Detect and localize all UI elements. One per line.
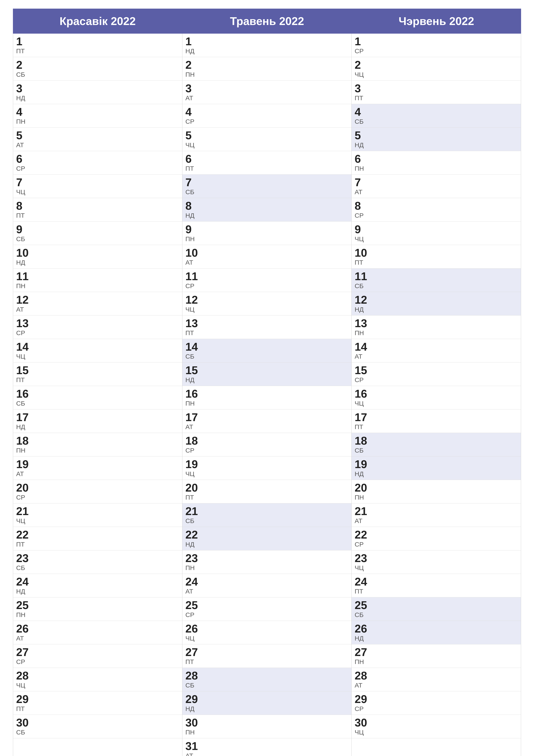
day-number: 22 [185,529,199,540]
day-name: ЧЦ [355,235,368,243]
day-number: 19 [185,459,199,470]
day-name: НД [355,306,368,313]
day-name: ПТ [355,94,368,102]
day-name: ЧЦ [16,188,30,196]
day-number: 15 [355,364,368,376]
day-name: ПН [355,329,368,337]
day-number-block: 16ПН [182,386,202,409]
day-content [202,151,351,174]
day-number-block: 22НД [182,527,202,550]
day-name: АТ [355,353,368,360]
day-number: 11 [16,271,30,282]
day-content [202,621,351,644]
day-number: 17 [355,412,368,423]
calendar-container: Красавік 2022 Травень 2022 Чэрвень 2022 … [0,0,534,756]
day-name: СБ [16,71,30,78]
day-number-block: 21СБ [182,503,202,527]
day-name: ПН [185,400,199,407]
day-content [371,551,521,574]
day-number: 23 [355,553,368,564]
day-name: АТ [355,682,368,689]
day-row: 6СР [13,151,182,175]
day-content [202,574,351,597]
day-row: 9ПН [182,222,351,245]
day-name: АТ [185,588,199,595]
day-number-block: 10НД [13,245,33,268]
day-number: 19 [355,459,368,470]
day-name: ПН [355,494,368,501]
day-content [202,81,351,104]
day-number: 18 [185,435,199,446]
day-name: СР [16,494,30,501]
day-row: 18СБ [352,433,521,456]
day-content [33,503,182,527]
day-number-block: 6СР [13,151,33,174]
day-number: 16 [16,388,30,399]
day-number: 20 [185,482,199,493]
day-row: 3НД [13,81,182,104]
day-name: СР [185,282,199,290]
day-row: 17НД [13,410,182,433]
day-content [33,691,182,715]
day-number: 28 [16,670,30,681]
day-name: ПТ [355,588,368,595]
day-row: 8ПТ [13,198,182,222]
day-number: 1 [355,36,368,47]
day-row: 16ПН [182,386,351,410]
day-number: 4 [185,106,199,118]
day-content [202,715,351,738]
day-row: 18СР [182,433,351,456]
day-number-block: 18ПН [13,433,33,456]
day-name: НД [185,705,199,713]
day-name: ПН [185,235,199,243]
day-content [202,480,351,503]
day-name: ПТ [185,658,199,665]
day-number: 14 [185,341,199,352]
day-number-block: 26ЧЦ [182,621,202,644]
day-row: 30ЧЦ [352,715,521,738]
day-number: 26 [185,623,199,634]
day-number-block: 13СР [13,315,33,339]
day-number-block: 14ЧЦ [13,339,33,362]
day-number: 26 [355,623,368,634]
day-number: 29 [16,693,30,705]
day-number-block: 2ЧЦ [352,57,371,80]
day-row: 4СР [182,104,351,127]
day-content [371,222,521,245]
day-row: 2ЧЦ [352,57,521,81]
day-number-block: 15ПТ [13,363,33,386]
day-number: 13 [185,318,199,329]
day-content [371,456,521,480]
day-content [202,34,351,57]
day-content [202,433,351,456]
day-content [371,245,521,268]
day-number-block: 14АТ [352,339,371,362]
day-number-block: 20СР [13,480,33,503]
day-row: 29НД [182,691,351,715]
day-row [352,738,521,756]
day-row: 12АТ [13,292,182,315]
day-content [202,269,351,292]
day-content [33,175,182,198]
day-content [202,527,351,550]
day-content [33,480,182,503]
day-name: ЧЦ [185,635,199,642]
day-number-block: 5НД [352,127,371,151]
day-number-block: 24АТ [182,574,202,597]
day-content [33,151,182,174]
day-content [202,503,351,527]
day-content [202,175,351,198]
day-name: ПТ [185,329,199,337]
day-row: 13СР [13,315,182,339]
day-row: 10ПТ [352,245,521,269]
day-number-block: 26АТ [13,621,33,644]
day-number-block: 14СБ [182,339,202,362]
day-number: 21 [355,505,368,517]
day-number-block: 6ПТ [182,151,202,174]
day-number-block: 15СР [352,363,371,386]
day-number: 4 [16,106,30,118]
day-row: 1СР [352,34,521,57]
day-content [371,175,521,198]
day-name: ПН [16,282,30,290]
day-row: 26ЧЦ [182,621,351,644]
